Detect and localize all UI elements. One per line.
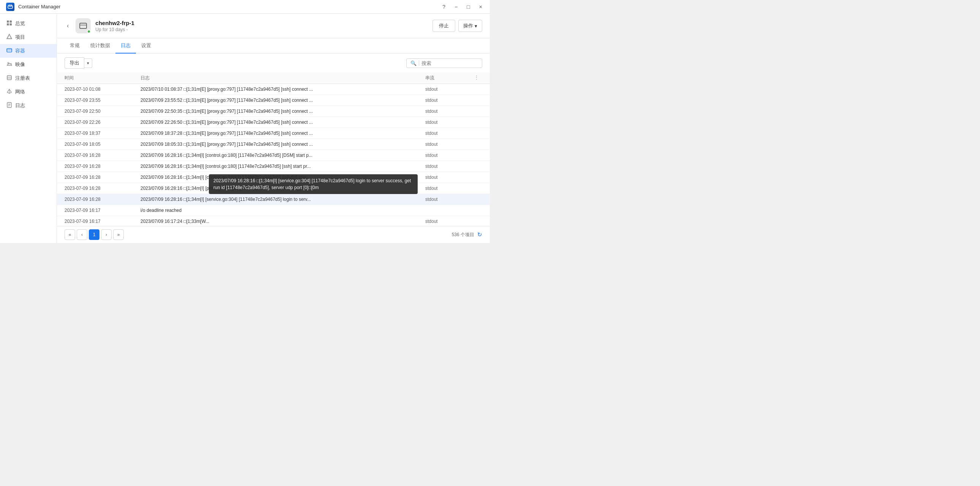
- sidebar-item-project[interactable]: 项目: [0, 30, 57, 44]
- cell-time: 2023-07-09 18:37: [65, 130, 140, 136]
- cell-log: 2023/07/09 16:28:16 □[1;34m[I] [control.…: [140, 152, 425, 158]
- table-row[interactable]: 2023-07-09 23:552023/07/09 23:55:52 □[1;…: [57, 95, 490, 106]
- cell-log: 2023/07/09 22:50:35 □[1;31m[E] [proxy.go…: [140, 109, 425, 114]
- cell-time: 2023-07-10 01:08: [65, 87, 140, 92]
- table-row[interactable]: 2023-07-09 16:282023/07/09 16:28:16 □[1;…: [57, 150, 490, 161]
- total-items: 536 个项目: [452, 232, 474, 238]
- cell-stream: stdout: [425, 87, 471, 92]
- container-status: Up for 10 days -: [95, 27, 134, 32]
- cell-stream: stdout: [425, 98, 471, 103]
- search-box: 🔍: [406, 59, 482, 68]
- page-current-button[interactable]: 1: [89, 229, 99, 240]
- network-icon: [6, 89, 12, 95]
- page-next-button[interactable]: ›: [101, 229, 111, 240]
- cell-stream: stdout: [425, 175, 471, 180]
- cell-time: 2023-07-09 16:28: [65, 197, 140, 202]
- cell-log: i/o deadline reached: [140, 208, 425, 213]
- cell-log: 2023/07/09 16:28:16 □[1;34m[I] [control.…: [140, 175, 425, 180]
- cell-stream: stdout: [425, 120, 471, 125]
- maximize-button[interactable]: □: [465, 3, 471, 11]
- tab-stats[interactable]: 统计数据: [85, 38, 115, 54]
- sidebar-item-image[interactable]: 映像: [0, 58, 57, 71]
- container-name: chenhw2-frp-1: [95, 20, 134, 26]
- content-area: ‹ chenhw2-frp-1 Up for 10 days - 停止 操作: [57, 14, 490, 243]
- close-button[interactable]: ×: [478, 3, 484, 11]
- table-row[interactable]: 2023-07-09 16:282023/07/09 16:28:16 □[1;…: [57, 161, 490, 172]
- page-last-button[interactable]: »: [113, 229, 124, 240]
- main-layout: 总览 项目 容器: [0, 14, 490, 243]
- search-input[interactable]: [422, 60, 475, 66]
- back-button[interactable]: ‹: [65, 22, 71, 30]
- cell-time: 2023-07-09 16:28: [65, 152, 140, 158]
- cell-time: 2023-07-09 16:17: [65, 219, 140, 224]
- help-button[interactable]: ?: [441, 3, 447, 11]
- svg-rect-11: [7, 76, 11, 80]
- cell-log: 2023/07/09 18:37:28 □[1;31m[E] [proxy.go…: [140, 130, 425, 136]
- action-label: 操作: [463, 22, 473, 29]
- cell-time: 2023-07-09 18:05: [65, 141, 140, 147]
- cell-log: 2023/07/09 23:55:52 □[1;31m[E] [proxy.go…: [140, 98, 425, 103]
- sidebar-label-image: 映像: [15, 61, 25, 68]
- table-row[interactable]: 2023-07-09 18:372023/07/09 18:37:28 □[1;…: [57, 128, 490, 139]
- tab-settings[interactable]: 设置: [136, 38, 156, 54]
- tab-logs[interactable]: 日志: [115, 38, 136, 54]
- refresh-button[interactable]: ↻: [477, 231, 482, 238]
- overview-icon: [6, 20, 12, 27]
- sidebar-item-log[interactable]: 日志: [0, 99, 57, 113]
- table-row[interactable]: 2023-07-09 18:052023/07/09 18:05:33 □[1;…: [57, 139, 490, 150]
- cell-stream: stdout: [425, 152, 471, 158]
- sidebar-item-overview[interactable]: 总览: [0, 17, 57, 30]
- col-header-time: 时间: [65, 75, 140, 81]
- svg-rect-5: [10, 24, 12, 26]
- cell-time: 2023-07-09 16:28: [65, 186, 140, 191]
- tab-general[interactable]: 常规: [65, 38, 85, 54]
- search-icon: 🔍: [410, 60, 417, 66]
- sidebar-label-network: 网络: [15, 89, 25, 95]
- export-dropdown-button[interactable]: ▾: [84, 59, 92, 68]
- export-button[interactable]: 导出: [65, 57, 84, 69]
- pagination: « ‹ 1 › » 536 个项目 ↻: [57, 226, 490, 243]
- page-first-button[interactable]: «: [65, 229, 75, 240]
- sidebar-item-network[interactable]: 网络: [0, 85, 57, 99]
- svg-rect-4: [7, 24, 9, 26]
- table-row[interactable]: 2023-07-09 16:172023/07/09 16:17:24 □[1;…: [57, 216, 490, 226]
- registry-icon: [6, 75, 12, 82]
- cell-time: 2023-07-09 22:26: [65, 120, 140, 125]
- cell-time: 2023-07-09 23:55: [65, 98, 140, 103]
- log-icon: [6, 102, 12, 109]
- table-row[interactable]: 2023-07-09 16:282023/07/09 16:28:16 □[1;…: [57, 183, 490, 194]
- cell-log: 2023/07/10 01:08:37 □[1;31m[E] [proxy.go…: [140, 87, 425, 92]
- table-body: 2023-07-10 01:082023/07/10 01:08:37 □[1;…: [57, 84, 490, 226]
- sidebar-item-registry[interactable]: 注册表: [0, 71, 57, 85]
- sidebar-item-container[interactable]: 容器: [0, 44, 57, 58]
- table-row[interactable]: 2023-07-09 22:262023/07/09 22:26:50 □[1;…: [57, 117, 490, 128]
- table-row[interactable]: 2023-07-09 16:17i/o deadline reached: [57, 205, 490, 216]
- svg-point-10: [8, 63, 9, 64]
- table-row[interactable]: 2023-07-10 01:082023/07/10 01:08:37 □[1;…: [57, 84, 490, 95]
- col-header-more[interactable]: ⋮: [471, 75, 482, 81]
- title-bar-controls: ? − □ ×: [441, 3, 484, 11]
- cell-log: 2023/07/09 22:26:50 □[1;31m[E] [proxy.go…: [140, 120, 425, 125]
- svg-rect-3: [10, 21, 12, 23]
- sidebar: 总览 项目 容器: [0, 14, 57, 243]
- svg-rect-2: [7, 21, 9, 23]
- page-prev-button[interactable]: ‹: [77, 229, 88, 240]
- container-header: ‹ chenhw2-frp-1 Up for 10 days - 停止 操作: [57, 14, 490, 38]
- svg-rect-8: [7, 49, 12, 52]
- minimize-button[interactable]: −: [453, 3, 459, 11]
- table-row[interactable]: 2023-07-09 22:502023/07/09 22:50:35 □[1;…: [57, 106, 490, 117]
- cell-stream: stdout: [425, 109, 471, 114]
- table-row[interactable]: 2023-07-09 16:282023/07/09 16:28:16 □[1;…: [57, 194, 490, 205]
- table-row[interactable]: 2023-07-09 16:282023/07/09 16:28:16 □[1;…: [57, 172, 490, 183]
- cell-time: 2023-07-09 16:17: [65, 208, 140, 213]
- project-icon: [6, 34, 12, 41]
- stop-button[interactable]: 停止: [433, 20, 455, 32]
- container-avatar-icon: [79, 22, 88, 30]
- title-bar: Container Manager ? − □ ×: [0, 0, 490, 14]
- container-header-left: ‹ chenhw2-frp-1 Up for 10 days -: [65, 18, 134, 33]
- action-button[interactable]: 操作 ▾: [458, 20, 482, 32]
- cell-time: 2023-07-09 16:28: [65, 175, 140, 180]
- cell-log: 2023/07/09 18:05:33 □[1;31m[E] [proxy.go…: [140, 141, 425, 147]
- cell-stream: stdout: [425, 164, 471, 169]
- container-avatar: [76, 18, 91, 33]
